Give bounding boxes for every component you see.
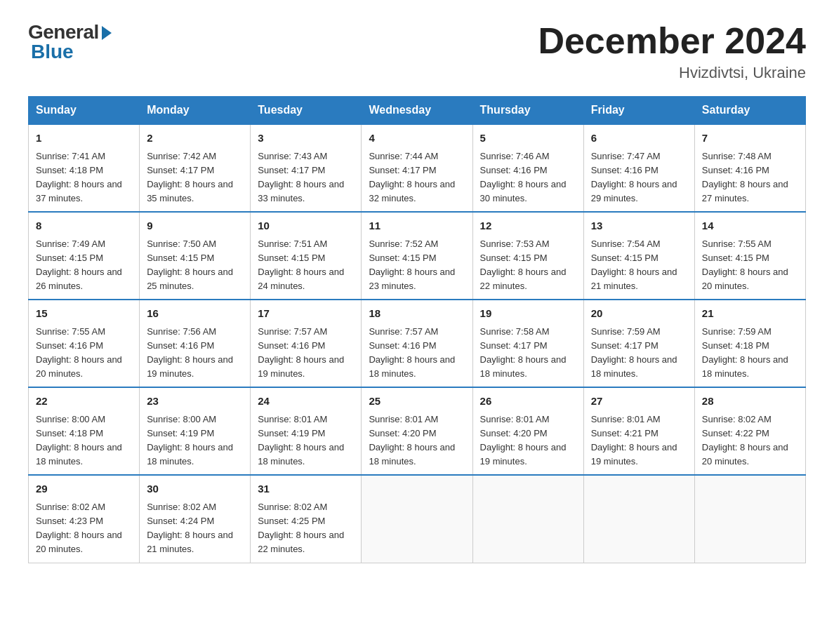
calendar-day-cell: 19Sunrise: 7:58 AMSunset: 4:17 PMDayligh… [472, 300, 583, 387]
day-info: Sunrise: 8:02 AMSunset: 4:24 PMDaylight:… [147, 500, 243, 557]
day-number: 2 [147, 130, 243, 147]
day-info: Sunrise: 8:02 AMSunset: 4:23 PMDaylight:… [36, 500, 132, 557]
calendar-week-row: 8Sunrise: 7:49 AMSunset: 4:15 PMDaylight… [29, 212, 806, 300]
calendar-day-cell: 1Sunrise: 7:41 AMSunset: 4:18 PMDaylight… [29, 124, 140, 212]
weekday-header-monday: Monday [140, 97, 251, 125]
calendar-day-cell [362, 475, 472, 563]
day-number: 14 [702, 218, 798, 234]
day-info: Sunrise: 7:52 AMSunset: 4:15 PMDaylight:… [369, 237, 465, 294]
day-info: Sunrise: 7:59 AMSunset: 4:18 PMDaylight:… [702, 325, 798, 382]
day-number: 5 [480, 130, 576, 147]
day-number: 20 [591, 306, 687, 322]
weekday-header-tuesday: Tuesday [251, 97, 362, 125]
calendar-table: SundayMondayTuesdayWednesdayThursdayFrid… [28, 96, 806, 563]
calendar-day-cell: 8Sunrise: 7:49 AMSunset: 4:15 PMDaylight… [29, 212, 140, 300]
calendar-day-cell: 5Sunrise: 7:46 AMSunset: 4:16 PMDaylight… [472, 124, 583, 212]
day-info: Sunrise: 7:58 AMSunset: 4:17 PMDaylight:… [480, 325, 576, 382]
calendar-day-cell: 18Sunrise: 7:57 AMSunset: 4:16 PMDayligh… [362, 300, 472, 387]
day-number: 4 [369, 130, 465, 147]
day-number: 7 [702, 130, 798, 147]
calendar-day-cell [583, 475, 694, 563]
day-info: Sunrise: 7:43 AMSunset: 4:17 PMDaylight:… [258, 149, 354, 206]
logo: General Blue [28, 21, 112, 63]
day-number: 12 [480, 218, 576, 234]
calendar-day-cell: 12Sunrise: 7:53 AMSunset: 4:15 PMDayligh… [472, 212, 583, 300]
day-number: 28 [702, 394, 798, 410]
location-subtitle: Hvizdivtsi, Ukraine [538, 64, 806, 82]
calendar-day-cell: 11Sunrise: 7:52 AMSunset: 4:15 PMDayligh… [362, 212, 472, 300]
day-info: Sunrise: 8:01 AMSunset: 4:20 PMDaylight:… [369, 412, 465, 469]
day-info: Sunrise: 7:53 AMSunset: 4:15 PMDaylight:… [480, 237, 576, 294]
calendar-day-cell [472, 475, 583, 563]
weekday-header-saturday: Saturday [694, 97, 805, 125]
calendar-day-cell: 25Sunrise: 8:01 AMSunset: 4:20 PMDayligh… [362, 387, 472, 475]
day-info: Sunrise: 8:01 AMSunset: 4:19 PMDaylight:… [258, 412, 354, 469]
day-number: 9 [147, 218, 243, 234]
day-number: 26 [480, 394, 576, 410]
calendar-day-cell: 10Sunrise: 7:51 AMSunset: 4:15 PMDayligh… [251, 212, 362, 300]
weekday-header-thursday: Thursday [472, 97, 583, 125]
day-number: 17 [258, 306, 354, 322]
month-title: December 2024 [538, 21, 806, 61]
weekday-header-wednesday: Wednesday [362, 97, 472, 125]
day-number: 13 [591, 218, 687, 234]
day-number: 10 [258, 218, 354, 234]
day-info: Sunrise: 7:59 AMSunset: 4:17 PMDaylight:… [591, 325, 687, 382]
calendar-day-cell: 15Sunrise: 7:55 AMSunset: 4:16 PMDayligh… [29, 300, 140, 387]
calendar-day-cell: 26Sunrise: 8:01 AMSunset: 4:20 PMDayligh… [472, 387, 583, 475]
calendar-day-cell: 22Sunrise: 8:00 AMSunset: 4:18 PMDayligh… [29, 387, 140, 475]
logo-blue-text: Blue [28, 41, 74, 63]
calendar-day-cell: 30Sunrise: 8:02 AMSunset: 4:24 PMDayligh… [140, 475, 251, 563]
weekday-header-friday: Friday [583, 97, 694, 125]
calendar-day-cell [694, 475, 805, 563]
day-number: 18 [369, 306, 465, 322]
day-number: 16 [147, 306, 243, 322]
calendar-week-row: 1Sunrise: 7:41 AMSunset: 4:18 PMDaylight… [29, 124, 806, 212]
day-number: 19 [480, 306, 576, 322]
day-info: Sunrise: 7:42 AMSunset: 4:17 PMDaylight:… [147, 149, 243, 206]
day-number: 21 [702, 306, 798, 322]
day-info: Sunrise: 8:00 AMSunset: 4:18 PMDaylight:… [36, 412, 132, 469]
day-info: Sunrise: 7:49 AMSunset: 4:15 PMDaylight:… [36, 237, 132, 294]
day-info: Sunrise: 8:00 AMSunset: 4:19 PMDaylight:… [147, 412, 243, 469]
day-info: Sunrise: 7:47 AMSunset: 4:16 PMDaylight:… [591, 149, 687, 206]
calendar-day-cell: 27Sunrise: 8:01 AMSunset: 4:21 PMDayligh… [583, 387, 694, 475]
calendar-day-cell: 31Sunrise: 8:02 AMSunset: 4:25 PMDayligh… [251, 475, 362, 563]
day-info: Sunrise: 7:57 AMSunset: 4:16 PMDaylight:… [258, 325, 354, 382]
weekday-header-row: SundayMondayTuesdayWednesdayThursdayFrid… [29, 97, 806, 125]
day-info: Sunrise: 7:46 AMSunset: 4:16 PMDaylight:… [480, 149, 576, 206]
calendar-day-cell: 9Sunrise: 7:50 AMSunset: 4:15 PMDaylight… [140, 212, 251, 300]
day-info: Sunrise: 7:41 AMSunset: 4:18 PMDaylight:… [36, 149, 132, 206]
day-number: 6 [591, 130, 687, 147]
day-number: 30 [147, 481, 243, 497]
day-number: 8 [36, 218, 132, 234]
calendar-day-cell: 7Sunrise: 7:48 AMSunset: 4:16 PMDaylight… [694, 124, 805, 212]
day-info: Sunrise: 7:55 AMSunset: 4:15 PMDaylight:… [702, 237, 798, 294]
calendar-day-cell: 6Sunrise: 7:47 AMSunset: 4:16 PMDaylight… [583, 124, 694, 212]
day-number: 1 [36, 130, 132, 147]
day-info: Sunrise: 7:57 AMSunset: 4:16 PMDaylight:… [369, 325, 465, 382]
calendar-week-row: 29Sunrise: 8:02 AMSunset: 4:23 PMDayligh… [29, 475, 806, 563]
calendar-day-cell: 4Sunrise: 7:44 AMSunset: 4:17 PMDaylight… [362, 124, 472, 212]
calendar-day-cell: 16Sunrise: 7:56 AMSunset: 4:16 PMDayligh… [140, 300, 251, 387]
day-info: Sunrise: 8:01 AMSunset: 4:21 PMDaylight:… [591, 412, 687, 469]
weekday-header-sunday: Sunday [29, 97, 140, 125]
calendar-day-cell: 17Sunrise: 7:57 AMSunset: 4:16 PMDayligh… [251, 300, 362, 387]
day-info: Sunrise: 8:02 AMSunset: 4:25 PMDaylight:… [258, 500, 354, 557]
day-info: Sunrise: 7:51 AMSunset: 4:15 PMDaylight:… [258, 237, 354, 294]
day-info: Sunrise: 7:56 AMSunset: 4:16 PMDaylight:… [147, 325, 243, 382]
day-number: 31 [258, 481, 354, 497]
day-info: Sunrise: 7:44 AMSunset: 4:17 PMDaylight:… [369, 149, 465, 206]
calendar-day-cell: 3Sunrise: 7:43 AMSunset: 4:17 PMDaylight… [251, 124, 362, 212]
day-number: 22 [36, 394, 132, 410]
calendar-day-cell: 29Sunrise: 8:02 AMSunset: 4:23 PMDayligh… [29, 475, 140, 563]
day-number: 23 [147, 394, 243, 410]
day-number: 3 [258, 130, 354, 147]
day-number: 15 [36, 306, 132, 322]
page-header: General Blue December 2024 Hvizdivtsi, U… [28, 21, 806, 82]
day-number: 25 [369, 394, 465, 410]
day-info: Sunrise: 7:48 AMSunset: 4:16 PMDaylight:… [702, 149, 798, 206]
calendar-week-row: 15Sunrise: 7:55 AMSunset: 4:16 PMDayligh… [29, 300, 806, 387]
calendar-week-row: 22Sunrise: 8:00 AMSunset: 4:18 PMDayligh… [29, 387, 806, 475]
day-info: Sunrise: 8:02 AMSunset: 4:22 PMDaylight:… [702, 412, 798, 469]
